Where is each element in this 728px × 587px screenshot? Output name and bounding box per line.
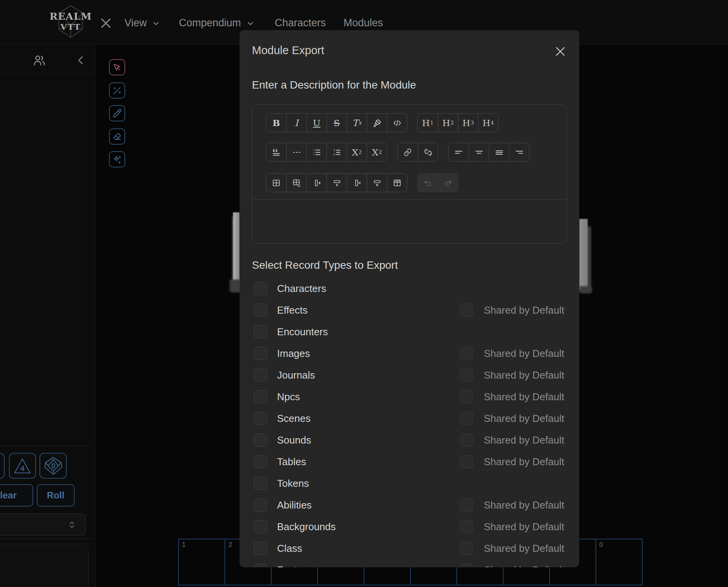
erase-tool-button[interactable] xyxy=(109,128,125,145)
undo-button[interactable] xyxy=(418,174,438,192)
record-row: Journals Shared by Default xyxy=(252,364,567,386)
italic-button[interactable]: I xyxy=(286,114,306,132)
record-checkbox[interactable] xyxy=(254,369,267,382)
shared-label: Shared by Default xyxy=(484,521,564,533)
sidebar-header xyxy=(0,44,95,74)
record-checkbox[interactable] xyxy=(254,477,267,490)
d10-button[interactable]: 0 xyxy=(39,453,67,479)
superscript-button[interactable]: X2 xyxy=(367,143,387,161)
insert-table-button[interactable] xyxy=(266,174,286,192)
horizontal-rule-button[interactable] xyxy=(286,143,306,161)
clear-button[interactable]: Clear xyxy=(0,484,33,507)
record-checkbox[interactable] xyxy=(254,304,267,317)
tracker-cell[interactable]: 1 xyxy=(179,539,225,585)
die-button-partial[interactable] xyxy=(0,453,5,479)
add-row-button[interactable] xyxy=(327,174,347,192)
underline-button[interactable]: U xyxy=(306,114,327,132)
align-center-button[interactable] xyxy=(469,143,489,161)
bold-button[interactable]: B xyxy=(266,114,286,132)
record-label: Characters xyxy=(277,283,326,295)
record-label: Sounds xyxy=(277,434,311,446)
align-left-button[interactable] xyxy=(449,143,469,161)
blockquote-button[interactable] xyxy=(266,143,286,161)
shared-checkbox[interactable] xyxy=(460,520,473,533)
bullet-list-button[interactable] xyxy=(306,143,327,161)
link-button[interactable] xyxy=(398,143,418,161)
align-right-button[interactable] xyxy=(509,143,529,161)
delete-table-button[interactable] xyxy=(286,174,306,192)
h4-button[interactable]: H4 xyxy=(478,114,498,132)
collapse-sidebar-chevron-icon[interactable] xyxy=(75,54,87,67)
record-label: Images xyxy=(277,348,310,360)
record-checkbox[interactable] xyxy=(254,390,267,403)
record-label: Backgrounds xyxy=(277,521,336,533)
h3-button[interactable]: H3 xyxy=(458,114,478,132)
users-icon[interactable] xyxy=(32,53,47,68)
ordered-list-icon: 1 2 xyxy=(332,148,342,157)
record-checkbox[interactable] xyxy=(254,347,267,360)
shared-checkbox[interactable] xyxy=(460,347,473,360)
shared-label: Shared by Default xyxy=(484,348,564,360)
realm-vtt-logo[interactable]: REALM VTT xyxy=(49,5,92,32)
d4-button[interactable]: 4 xyxy=(9,453,36,479)
record-checkbox[interactable] xyxy=(254,282,267,295)
shared-checkbox[interactable] xyxy=(460,304,473,317)
record-checkbox[interactable] xyxy=(254,325,267,338)
add-column-button[interactable] xyxy=(306,174,327,192)
shared-checkbox[interactable] xyxy=(460,390,473,403)
list-group: 1 2 X2 X2 xyxy=(266,143,387,162)
record-checkbox[interactable] xyxy=(254,520,267,533)
clear-formatting-button[interactable]: Tx xyxy=(347,114,367,132)
shared-checkbox[interactable] xyxy=(460,433,473,447)
record-checkbox[interactable] xyxy=(254,498,267,512)
select-tool-button[interactable] xyxy=(109,59,125,75)
effects-tool-button[interactable] xyxy=(109,151,125,167)
description-text-area[interactable] xyxy=(252,200,566,243)
roll-button[interactable]: Roll xyxy=(37,484,75,507)
shared-checkbox[interactable] xyxy=(460,563,473,567)
close-icon[interactable] xyxy=(554,44,568,59)
shared-checkbox[interactable] xyxy=(460,369,473,382)
h2-button[interactable]: H2 xyxy=(438,114,458,132)
sidebar-bottom-divider xyxy=(0,539,92,539)
nav-item-characters[interactable]: Characters xyxy=(275,16,326,29)
subscript-button[interactable]: X2 xyxy=(347,143,367,161)
dice-formula-select[interactable] xyxy=(0,514,86,536)
delete-column-button[interactable] xyxy=(347,174,367,192)
close-icon[interactable] xyxy=(99,15,114,31)
nav-item-modules[interactable]: Modules xyxy=(344,16,383,29)
redo-button[interactable] xyxy=(438,174,458,192)
italic-label: I xyxy=(295,118,298,128)
tracker-cell[interactable]: 0 xyxy=(596,539,642,585)
delete-row-button[interactable] xyxy=(367,174,387,192)
wand-tool-button[interactable] xyxy=(109,82,125,99)
shared-by-default: Shared by Default xyxy=(460,494,564,516)
record-checkbox[interactable] xyxy=(254,563,267,567)
record-checkbox[interactable] xyxy=(254,433,267,447)
strikethrough-button[interactable]: S xyxy=(327,114,347,132)
chevron-down-icon xyxy=(246,19,255,28)
record-checkbox[interactable] xyxy=(254,412,267,425)
shared-checkbox[interactable] xyxy=(460,455,473,468)
record-row: Abilities Shared by Default xyxy=(252,494,567,516)
shared-checkbox[interactable] xyxy=(460,412,473,425)
shared-label: Shared by Default xyxy=(484,391,564,403)
record-row: Sounds Shared by Default xyxy=(252,429,567,451)
align-justify-button[interactable] xyxy=(489,143,509,161)
record-checkbox[interactable] xyxy=(254,455,267,468)
delete-column-icon xyxy=(352,178,362,188)
nav-item-compendium[interactable]: Compendium xyxy=(179,16,255,29)
ordered-list-button[interactable]: 1 2 xyxy=(327,143,347,161)
toggle-header-cell-button[interactable] xyxy=(387,174,407,192)
highlight-button[interactable] xyxy=(367,114,387,132)
shared-checkbox[interactable] xyxy=(460,498,473,512)
code-button[interactable] xyxy=(387,114,407,132)
shared-label: Shared by Default xyxy=(484,564,564,568)
unlink-button[interactable] xyxy=(418,143,438,161)
record-checkbox[interactable] xyxy=(254,542,267,555)
draw-tool-button[interactable] xyxy=(109,105,125,121)
shared-label: Shared by Default xyxy=(484,369,564,381)
nav-item-view[interactable]: View xyxy=(124,16,160,29)
shared-checkbox[interactable] xyxy=(460,542,473,555)
h1-button[interactable]: H1 xyxy=(418,114,438,132)
